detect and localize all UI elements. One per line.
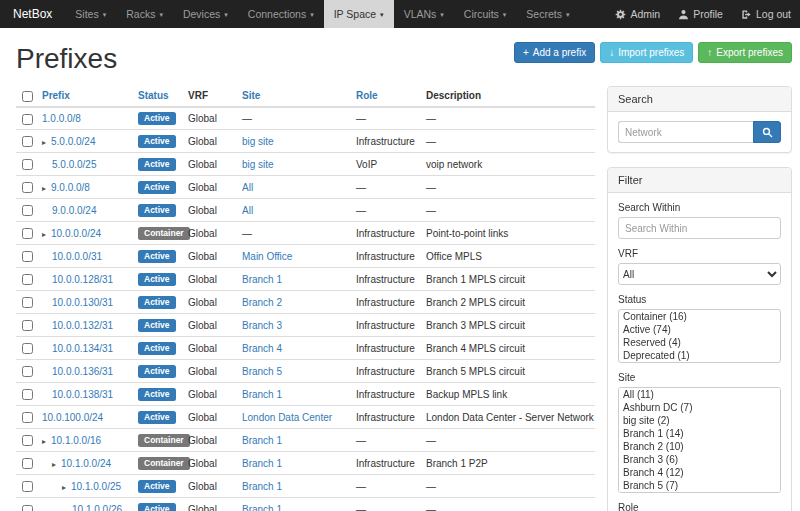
status-cell: Active bbox=[132, 130, 182, 153]
status-badge: Active bbox=[138, 158, 176, 171]
prefix-link[interactable]: 10.0.0.130/31 bbox=[52, 297, 113, 308]
nav-item-vlans[interactable]: VLANs ▾ bbox=[394, 0, 454, 28]
column-header-status[interactable]: Status bbox=[132, 86, 182, 107]
listbox-option-branch-1-14-[interactable]: Branch 1 (14) bbox=[619, 427, 780, 440]
row-checkbox[interactable] bbox=[22, 182, 33, 193]
row-checkbox[interactable] bbox=[22, 114, 33, 125]
row-checkbox[interactable] bbox=[22, 205, 33, 216]
site-link[interactable]: Branch 1 bbox=[242, 504, 282, 511]
nav-item-racks[interactable]: Racks ▾ bbox=[116, 0, 173, 28]
role-value: Infrastructure bbox=[356, 251, 415, 262]
import-prefixes-button[interactable]: ↓ Import prefixes bbox=[600, 42, 693, 63]
site-link[interactable]: Branch 1 bbox=[242, 389, 282, 400]
listbox-option-ashburn-dc-7-[interactable]: Ashburn DC (7) bbox=[619, 401, 780, 414]
row-checkbox[interactable] bbox=[22, 481, 33, 492]
vrf-select[interactable]: All bbox=[618, 263, 781, 285]
prefix-link[interactable]: 10.1.0.0/16 bbox=[51, 435, 101, 446]
prefix-link[interactable]: 5.0.0.0/25 bbox=[52, 159, 96, 170]
nav-item-secrets[interactable]: Secrets ▾ bbox=[516, 0, 579, 28]
row-checkbox[interactable] bbox=[22, 320, 33, 331]
prefix-link[interactable]: 10.0.0.138/31 bbox=[52, 389, 113, 400]
listbox-option-reserved-4-[interactable]: Reserved (4) bbox=[619, 336, 780, 349]
prefix-link[interactable]: 10.0.0.0/24 bbox=[51, 228, 101, 239]
nav-item-devices[interactable]: Devices ▾ bbox=[173, 0, 238, 28]
nav-item-admin[interactable]: Admin bbox=[606, 0, 669, 28]
prefix-link[interactable]: 10.0.0.128/31 bbox=[52, 274, 113, 285]
site-link[interactable]: Branch 4 bbox=[242, 343, 282, 354]
row-checkbox[interactable] bbox=[22, 505, 33, 511]
row-checkbox[interactable] bbox=[22, 458, 33, 469]
listbox-option-big-site-2-[interactable]: big site (2) bbox=[619, 414, 780, 427]
nav-item-connections[interactable]: Connections ▾ bbox=[238, 0, 324, 28]
prefix-link[interactable]: 10.1.0.0/26 bbox=[72, 504, 122, 511]
row-checkbox[interactable] bbox=[22, 343, 33, 354]
prefix-link[interactable]: 10.0.0.136/31 bbox=[52, 366, 113, 377]
listbox-option-branch-5-7-[interactable]: Branch 5 (7) bbox=[619, 479, 780, 492]
row-checkbox[interactable] bbox=[22, 159, 33, 170]
site-link[interactable]: Branch 3 bbox=[242, 320, 282, 331]
row-checkbox[interactable] bbox=[22, 136, 33, 147]
site-cell: Branch 1 bbox=[236, 268, 350, 291]
row-checkbox[interactable] bbox=[22, 251, 33, 262]
site-link[interactable]: Branch 5 bbox=[242, 366, 282, 377]
prefix-link[interactable]: 10.0.0.0/31 bbox=[52, 251, 102, 262]
site-link[interactable]: All bbox=[242, 182, 253, 193]
row-checkbox[interactable] bbox=[22, 435, 33, 446]
table-row: ▸10.0.0.132/31 Active Global Branch 3 In… bbox=[16, 314, 595, 337]
listbox-option-branch-3-6-[interactable]: Branch 3 (6) bbox=[619, 453, 780, 466]
prefix-link[interactable]: 9.0.0.0/8 bbox=[51, 182, 90, 193]
prefix-link[interactable]: 10.0.0.134/31 bbox=[52, 343, 113, 354]
listbox-option-branch-2-10-[interactable]: Branch 2 (10) bbox=[619, 440, 780, 453]
row-checkbox[interactable] bbox=[22, 274, 33, 285]
add-a-prefix-button[interactable]: + Add a prefix bbox=[514, 42, 595, 63]
prefix-link[interactable]: 10.0.0.132/31 bbox=[52, 320, 113, 331]
export-prefixes-button[interactable]: ↑ Export prefixes bbox=[698, 42, 792, 63]
listbox-option-container-16-[interactable]: Container (16) bbox=[619, 310, 780, 323]
prefix-link[interactable]: 10.1.0.0/25 bbox=[71, 481, 121, 492]
select-all-checkbox[interactable] bbox=[22, 91, 33, 102]
prefix-link[interactable]: 10.0.100.0/24 bbox=[42, 412, 103, 423]
column-header-role[interactable]: Role bbox=[350, 86, 420, 107]
prefix-link[interactable]: 10.1.0.0/24 bbox=[61, 458, 111, 469]
site-link[interactable]: London Data Center bbox=[242, 412, 332, 423]
search-input[interactable] bbox=[618, 121, 753, 143]
vrf-cell: Global bbox=[182, 452, 236, 475]
listbox-option-branch-4-12-[interactable]: Branch 4 (12) bbox=[619, 466, 780, 479]
prefix-cell: ▸10.0.0.128/31 bbox=[36, 268, 132, 291]
logout-icon bbox=[741, 9, 752, 20]
listbox-option-all-11-[interactable]: All (11) bbox=[619, 388, 780, 401]
brand-link[interactable]: NetBox bbox=[0, 0, 65, 28]
listbox-option-colo-1-dc-4-[interactable]: COLO-1 DC (4) bbox=[619, 492, 780, 493]
column-header-site[interactable]: Site bbox=[236, 86, 350, 107]
nav-item-profile[interactable]: Profile bbox=[669, 0, 732, 28]
prefix-link[interactable]: 1.0.0.0/8 bbox=[42, 113, 81, 124]
row-checkbox[interactable] bbox=[22, 297, 33, 308]
row-checkbox[interactable] bbox=[22, 366, 33, 377]
site-link[interactable]: Branch 1 bbox=[242, 435, 282, 446]
search-within-input[interactable] bbox=[618, 217, 781, 239]
prefix-link[interactable]: 9.0.0.0/24 bbox=[52, 205, 96, 216]
site-listbox[interactable]: All (11)Ashburn DC (7)big site (2)Branch… bbox=[618, 387, 781, 493]
row-checkbox[interactable] bbox=[22, 412, 33, 423]
site-link[interactable]: Branch 1 bbox=[242, 481, 282, 492]
status-listbox[interactable]: Container (16)Active (74)Reserved (4)Dep… bbox=[618, 309, 781, 363]
nav-item-ip-space[interactable]: IP Space ▾ bbox=[324, 0, 394, 28]
nav-item-log-out[interactable]: Log out bbox=[732, 0, 800, 28]
listbox-option-deprecated-1-[interactable]: Deprecated (1) bbox=[619, 349, 780, 362]
column-header-prefix[interactable]: Prefix bbox=[36, 86, 132, 107]
site-link[interactable]: big site bbox=[242, 159, 274, 170]
site-link[interactable]: Branch 1 bbox=[242, 458, 282, 469]
listbox-option-active-74-[interactable]: Active (74) bbox=[619, 323, 780, 336]
row-checkbox[interactable] bbox=[22, 228, 33, 239]
search-button[interactable] bbox=[753, 121, 781, 143]
prefix-link[interactable]: 5.0.0.0/24 bbox=[51, 136, 95, 147]
site-link[interactable]: Main Office bbox=[242, 251, 292, 262]
site-link[interactable]: Branch 2 bbox=[242, 297, 282, 308]
site-link[interactable]: Branch 1 bbox=[242, 274, 282, 285]
row-checkbox[interactable] bbox=[22, 389, 33, 400]
site-link[interactable]: All bbox=[242, 205, 253, 216]
nav-item-circuits[interactable]: Circuits ▾ bbox=[454, 0, 517, 28]
site-link[interactable]: big site bbox=[242, 136, 274, 147]
table-row: ▸10.0.0.0/31 Active Global Main Office I… bbox=[16, 245, 595, 268]
nav-item-sites[interactable]: Sites ▾ bbox=[65, 0, 116, 28]
